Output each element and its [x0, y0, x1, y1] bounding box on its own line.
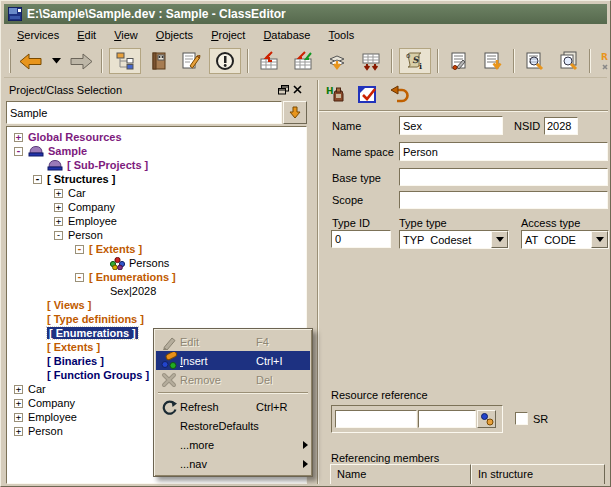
toolbar-forward-button[interactable]	[67, 48, 95, 74]
context-menu-insert[interactable]: Insert Ctrl+I	[156, 351, 310, 370]
svg-text:R: R	[601, 52, 608, 62]
context-menu-nav[interactable]: ...nav	[156, 454, 310, 473]
context-menu-separator	[158, 392, 308, 394]
history-button[interactable]: H	[324, 83, 348, 107]
name-input[interactable]	[399, 116, 503, 135]
menu-objects[interactable]: Objects	[147, 27, 202, 43]
panel-close-button[interactable]	[290, 83, 304, 97]
accesstype-dropdown-button[interactable]	[591, 231, 608, 248]
sr-label: SR	[533, 413, 548, 425]
expander-icon[interactable]: -	[33, 175, 42, 184]
tree-item-persons[interactable]: Persons	[7, 256, 306, 270]
toolbar-grip[interactable]	[9, 49, 11, 73]
sr-checkbox[interactable]	[515, 412, 528, 425]
expander-icon[interactable]: +	[14, 133, 23, 142]
hierarchy-tree-icon	[115, 51, 135, 71]
dropdown-arrow-icon	[596, 237, 604, 242]
expander-icon[interactable]: +	[14, 385, 23, 394]
context-menu-more[interactable]: ...more	[156, 435, 310, 454]
project-search-input[interactable]	[6, 101, 282, 124]
namespace-input[interactable]	[399, 142, 608, 161]
column-header-in-structure[interactable]: In structure	[471, 464, 605, 484]
menu-project[interactable]: Project	[202, 27, 254, 43]
tree-item-person-extents[interactable]: -[ Extents ]	[7, 242, 306, 256]
tree-item-global-resources[interactable]: +Global Resources	[7, 130, 306, 144]
expander-icon[interactable]: +	[54, 203, 63, 212]
tree-item-person-enumerations[interactable]: -[ Enumerations ]	[7, 270, 306, 284]
toolbar-import-table-button[interactable]	[255, 48, 283, 74]
typetype-dropdown-button[interactable]	[491, 231, 508, 248]
toolbar-send-stack-button[interactable]	[323, 48, 351, 74]
toolbar-document-edit-button[interactable]	[445, 48, 473, 74]
toolbar-document-export-button[interactable]	[479, 48, 507, 74]
context-menu-refresh[interactable]: Refresh Ctrl+R	[156, 397, 310, 416]
expander-icon[interactable]: +	[54, 189, 63, 198]
tree-item-sex-2028[interactable]: Sex|2028	[7, 284, 306, 298]
nsid-input[interactable]	[544, 117, 578, 135]
document-download-icon	[482, 51, 504, 71]
project-search-dropdown-button[interactable]	[283, 101, 307, 124]
accesstype-select[interactable]: AT CODE	[521, 230, 609, 249]
expander-icon[interactable]: -	[54, 231, 63, 240]
revert-undo-icon	[389, 85, 411, 105]
document-edit-icon	[448, 51, 470, 71]
orange-down-arrow-icon	[289, 106, 301, 119]
tree-item-employee[interactable]: +Employee	[7, 214, 306, 228]
scope-input[interactable]	[399, 191, 608, 209]
toolbar-table-download-button[interactable]	[357, 48, 385, 74]
panel-title: Project/Class Selection	[9, 84, 276, 96]
toolbar-catalog-book-button[interactable]	[145, 48, 173, 74]
menu-tools[interactable]: Tools	[319, 27, 363, 43]
menu-services[interactable]: Services	[8, 27, 68, 43]
basetype-input[interactable]	[399, 168, 608, 186]
toolbar-edit-object-button[interactable]	[177, 48, 205, 74]
toolbar-back-button[interactable]	[17, 48, 45, 74]
toolbar-import-table-check-button[interactable]	[289, 48, 317, 74]
svg-text:H: H	[326, 86, 334, 96]
toolbar-class-hierarchy-button[interactable]	[109, 48, 141, 74]
svg-text:i: i	[419, 61, 422, 71]
menu-database[interactable]: Database	[254, 27, 319, 43]
panel-float-button[interactable]	[276, 83, 290, 97]
expander-icon[interactable]: -	[75, 273, 84, 282]
dropdown-triangle-icon	[52, 58, 61, 64]
toolbar-documents-search-button[interactable]	[555, 48, 583, 74]
expander-icon[interactable]: -	[14, 147, 23, 156]
expander-icon[interactable]: +	[14, 399, 23, 408]
basetype-label: Base type	[332, 172, 381, 184]
typetype-select[interactable]: TYP Codeset	[399, 230, 509, 249]
resource-reference-segment-1[interactable]	[335, 410, 417, 428]
toolbar-script-info-button[interactable]: S o i	[399, 48, 431, 74]
toolbar-references-button[interactable]: R	[597, 48, 611, 74]
info-circle-icon	[215, 51, 235, 71]
context-menu-restore-defaults[interactable]: RestoreDefaults	[156, 416, 310, 435]
apply-button[interactable]	[356, 83, 380, 107]
tree-item-type-definitions[interactable]: [ Type definitions ]	[7, 312, 306, 326]
resource-reference-segment-2[interactable]	[418, 410, 476, 428]
classeditor-app-icon	[8, 7, 22, 21]
tree-item-person[interactable]: -Person	[7, 228, 306, 242]
linked-balls-icon	[480, 412, 494, 426]
toolbar-back-history-dropdown[interactable]	[49, 48, 63, 74]
menu-edit[interactable]: Edit	[68, 27, 105, 43]
typeid-input[interactable]	[331, 230, 391, 248]
resource-reference-picker-button[interactable]	[477, 410, 496, 428]
tree-item-sample[interactable]: -Sample	[7, 144, 306, 158]
toolbar-document-search-button[interactable]	[521, 48, 549, 74]
expander-icon[interactable]: +	[54, 217, 63, 226]
table-import-red-icon	[258, 51, 280, 71]
tree-item-sub-projects[interactable]: [ Sub-Projects ]	[7, 158, 306, 172]
column-header-name[interactable]: Name	[330, 464, 471, 484]
persons-cluster-icon	[110, 257, 125, 270]
expander-icon[interactable]: +	[14, 427, 23, 436]
tree-item-car[interactable]: +Car	[7, 186, 306, 200]
remove-icon	[158, 372, 180, 388]
expander-icon[interactable]: +	[14, 413, 23, 422]
toolbar-object-info-button[interactable]	[209, 48, 241, 74]
revert-button[interactable]	[388, 83, 412, 107]
tree-item-views[interactable]: [ Views ]	[7, 298, 306, 312]
tree-item-company[interactable]: +Company	[7, 200, 306, 214]
menu-view[interactable]: View	[105, 27, 147, 43]
tree-item-structures[interactable]: -[ Structures ]	[7, 172, 306, 186]
expander-icon[interactable]: -	[75, 245, 84, 254]
